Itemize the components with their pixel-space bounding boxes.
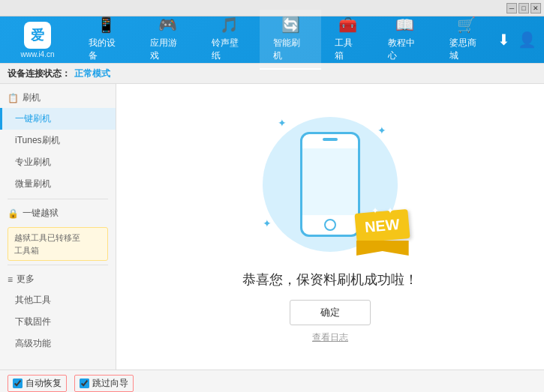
sidebar-item-pro-flash[interactable]: 专业刷机: [0, 151, 116, 173]
phone-speaker: [323, 138, 338, 141]
nav-item-shop[interactable]: 🛒 婆思商城: [436, 10, 497, 70]
success-text: 恭喜您，保资料刷机成功啦！: [242, 271, 418, 289]
nav-item-toolbox[interactable]: 🧰 工具箱: [321, 10, 374, 70]
view-history-link[interactable]: 查看日志: [312, 331, 348, 344]
logo-icon: 爱: [24, 22, 51, 49]
toolbox-icon: 🧰: [338, 16, 357, 34]
nav-item-toolbox-label: 工具箱: [335, 37, 361, 62]
ringtone-icon: 🎵: [220, 16, 239, 34]
nav-item-smart-flash[interactable]: 🔄 智能刷机: [260, 10, 321, 70]
skip-wizard-checkbox[interactable]: 跳过向导: [74, 375, 134, 392]
nav-right-controls: ⬇ 👤: [497, 31, 536, 49]
jailbreak-notice: 越狱工具已转移至工具箱: [8, 227, 108, 261]
phone-body: [300, 132, 360, 237]
close-button[interactable]: ✕: [530, 3, 541, 13]
logo-url: www.i4.cn: [20, 50, 54, 58]
jailbreak-notice-text: 越狱工具已转移至工具箱: [14, 233, 80, 255]
nav-bar: 📱 我的设备 🎮 应用游戏 🎵 铃声壁纸 🔄 智能刷机 🧰 工具箱 📖 教程中心…: [75, 10, 497, 70]
more-section-icon: ≡: [8, 274, 13, 285]
phone-screen: [302, 148, 358, 215]
window-controls[interactable]: ─ □ ✕: [506, 3, 541, 13]
download-firmware-label: 下载固件: [15, 316, 51, 327]
app-game-icon: 🎮: [158, 16, 177, 34]
itunes-flash-label: iTunes刷机: [15, 135, 60, 145]
auto-restore-label: 自动恢复: [26, 377, 62, 390]
flash-section-label: 刷机: [23, 91, 41, 104]
one-key-flash-label: 一键刷机: [15, 113, 51, 124]
sidebar-section-jailbreak: 🔒 一键越狱: [0, 203, 116, 223]
nav-item-app-game[interactable]: 🎮 应用游戏: [137, 10, 198, 70]
main-layout: 📋 刷机 一键刷机 iTunes刷机 专业刷机 微量刷机 🔒 一键越狱 越狱工具…: [0, 84, 544, 370]
smart-flash-icon: 🔄: [281, 16, 300, 34]
nav-item-shop-label: 婆思商城: [449, 37, 484, 62]
my-device-icon: 📱: [97, 16, 116, 34]
sparkle-1: ✦: [278, 117, 287, 129]
sidebar-item-itunes-flash[interactable]: iTunes刷机: [0, 130, 116, 151]
confirm-button[interactable]: 确定: [290, 300, 371, 325]
nav-item-ringtone-label: 铃声壁纸: [212, 37, 246, 62]
header: 爱 www.i4.cn 📱 我的设备 🎮 应用游戏 🎵 铃声壁纸 🔄 智能刷机 …: [0, 16, 544, 63]
advanced-label: 高级功能: [15, 338, 51, 349]
maximize-button[interactable]: □: [518, 3, 529, 13]
jailbreak-section-label: 一键越狱: [23, 207, 59, 220]
status-label: 设备连接状态：: [8, 67, 71, 80]
minimize-button[interactable]: ─: [506, 3, 517, 13]
sidebar: 📋 刷机 一键刷机 iTunes刷机 专业刷机 微量刷机 🔒 一键越狱 越狱工具…: [0, 84, 116, 370]
device-info-bar: 自动恢复 跳过向导 📱 iPhone 12 mini 64GB Down-12m…: [0, 370, 544, 392]
micro-flash-label: 微量刷机: [15, 178, 51, 189]
logo[interactable]: 爱 www.i4.cn: [8, 22, 68, 58]
sparkle-2: ✦: [377, 124, 386, 136]
shop-icon: 🛒: [457, 16, 476, 34]
device-checkboxes: 自动恢复 跳过向导: [0, 370, 544, 392]
sidebar-divider-1: [8, 199, 108, 199]
nav-item-tutorial-label: 教程中心: [388, 37, 422, 62]
lock-icon: 🔒: [8, 208, 19, 219]
nav-item-my-device[interactable]: 📱 我的设备: [75, 10, 137, 70]
pro-flash-label: 专业刷机: [15, 157, 51, 167]
skip-wizard-label: 跳过向导: [92, 377, 128, 390]
new-badge-container: NEW ✦ ✦: [356, 211, 409, 241]
more-section-label: 更多: [17, 273, 35, 286]
flash-section-icon: 📋: [8, 93, 19, 103]
status-value: 正常模式: [74, 67, 110, 80]
phone-illustration: ✦ ✦ ✦ NEW ✦ ✦: [248, 109, 413, 259]
ribbon: [356, 241, 409, 256]
skip-wizard-input[interactable]: [80, 379, 89, 388]
content-area: ✦ ✦ ✦ NEW ✦ ✦ 恭喜您，保资料刷机成功啦！ 确定 查看日志: [116, 84, 544, 370]
other-tools-label: 其他工具: [15, 295, 51, 305]
phone-home-btn: [324, 219, 336, 231]
sidebar-item-advanced[interactable]: 高级功能: [0, 333, 116, 355]
nav-item-my-device-label: 我的设备: [89, 37, 123, 62]
sidebar-item-download-firmware[interactable]: 下载固件: [0, 311, 116, 333]
auto-restore-input[interactable]: [13, 379, 23, 388]
sidebar-divider-2: [8, 265, 108, 265]
new-badge-star-top: ✦ ✦: [371, 205, 394, 216]
sparkle-3: ✦: [263, 217, 272, 229]
tutorial-icon: 📖: [395, 16, 414, 34]
auto-restore-checkbox[interactable]: 自动恢复: [8, 375, 67, 392]
sidebar-item-other-tools[interactable]: 其他工具: [0, 289, 116, 311]
sidebar-section-flash: 📋 刷机: [0, 88, 116, 108]
nav-item-ringtone[interactable]: 🎵 铃声壁纸: [198, 10, 260, 70]
nav-item-smart-flash-label: 智能刷机: [273, 37, 308, 62]
user-icon[interactable]: 👤: [518, 31, 536, 49]
sidebar-section-more: ≡ 更多: [0, 269, 116, 289]
sidebar-item-micro-flash[interactable]: 微量刷机: [0, 173, 116, 195]
sidebar-item-one-key-flash[interactable]: 一键刷机: [0, 108, 116, 130]
nav-item-tutorial[interactable]: 📖 教程中心: [374, 10, 436, 70]
nav-item-app-game-label: 应用游戏: [150, 37, 185, 62]
download-icon[interactable]: ⬇: [497, 31, 510, 49]
